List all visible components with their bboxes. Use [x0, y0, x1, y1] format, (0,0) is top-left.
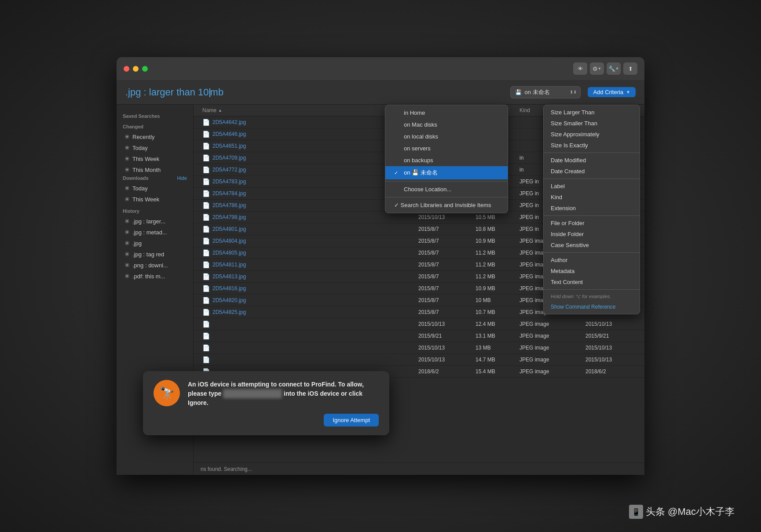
filename: 2D5A4825.jpg — [212, 309, 246, 315]
file-icon: 📄 — [202, 119, 210, 126]
query-blue: larger than 10 — [149, 87, 209, 98]
criteria-label[interactable]: Label — [544, 181, 640, 192]
sidebar-item-today[interactable]: ✳ Today — [118, 142, 191, 153]
criteria-text-content[interactable]: Text Content — [544, 277, 640, 288]
app-window: 👁 ⚙ ▼ 🔧 ▼ ⬆ .jpg : larger than 10mb — [117, 57, 644, 475]
sidebar-history-2[interactable]: ✳ .jpg — [118, 238, 191, 248]
filename: 2D5A4801.jpg — [212, 226, 246, 232]
close-button[interactable] — [124, 66, 129, 72]
eye-button[interactable]: 👁 — [573, 62, 587, 75]
alert-code: xxxxxxxxxxxxxxxxxx — [223, 389, 282, 398]
criteria-file-or-folder[interactable]: File or Folder — [544, 218, 640, 229]
file-name-cell: 📄 2D5A4784.jpg — [199, 188, 415, 199]
criteria-date-modified[interactable]: Date Modified — [544, 155, 640, 166]
location-unnamed[interactable]: ✓ on 💾 未命名 — [385, 166, 508, 179]
col-name[interactable]: Name ▲ — [199, 105, 415, 116]
sidebar-item-recently[interactable]: ✳ Recently — [118, 131, 191, 142]
sidebar-item-dl-today[interactable]: ✳ Today — [118, 183, 191, 193]
share-button[interactable]: ⬆ — [623, 62, 637, 75]
location-backups[interactable]: on backups — [385, 154, 508, 166]
sidebar-history-3[interactable]: ✳ .jpg : tag red — [118, 249, 191, 259]
criteria-date-created[interactable]: Date Created — [544, 166, 640, 177]
dl-this-week-label: This Week — [132, 196, 159, 203]
add-criteria-label: Add Criteria — [593, 89, 623, 95]
criteria-size-exact[interactable]: Size Is Exactly — [544, 140, 640, 151]
location-dropdown[interactable]: 💾 on 未命名 ⬆⬇ — [510, 86, 581, 98]
filename: 2D5A4646.jpg — [212, 131, 246, 137]
criteria-metadata[interactable]: Metadata — [544, 266, 640, 277]
tools-dropdown-button[interactable]: 🔧 ▼ — [607, 62, 621, 75]
file-size-cell: 10.5 MB — [472, 212, 516, 222]
criteria-divider2 — [544, 179, 640, 179]
gear-icon: ⚙ — [593, 66, 598, 72]
location-local-disks[interactable]: on local disks — [385, 131, 508, 142]
file-date-cell: 2015/10/13 — [415, 319, 472, 329]
file-name-cell: 📄 2D5A4772.jpg — [199, 164, 415, 175]
criteria-divider1 — [544, 153, 640, 153]
gear-dropdown-arrow: ▼ — [598, 66, 602, 71]
criteria-size-smaller[interactable]: Size Smaller Than — [544, 118, 640, 129]
sidebar-history-1[interactable]: ✳ .jpg : metad... — [118, 227, 191, 237]
criteria-kind[interactable]: Kind — [544, 192, 640, 203]
file-kind-cell: JPEG image — [516, 343, 582, 353]
location-choose[interactable]: Choose Location... — [385, 183, 508, 195]
location-in-home[interactable]: in Home — [385, 107, 508, 119]
file-list-status: ns found. Searching... — [194, 463, 644, 475]
file-size-cell: 10.8 MB — [472, 224, 516, 234]
criteria-author[interactable]: Author — [544, 255, 640, 266]
criteria-case-sensitive[interactable]: Case Sensitive — [544, 240, 640, 251]
table-row[interactable]: 📄 2015/9/21 13.1 MB JPEG image 2015/9/21 — [194, 330, 644, 342]
file-icon: 📄 — [202, 344, 210, 351]
eye-icon: 👁 — [578, 66, 583, 72]
gear-dropdown-button[interactable]: ⚙ ▼ — [590, 62, 604, 75]
file-name-cell: 📄 — [199, 318, 415, 330]
sidebar-history-4[interactable]: ✳ .png : downl... — [118, 260, 191, 270]
file-name-cell: 📄 — [199, 330, 415, 342]
show-command-ref[interactable]: Show Command Reference — [544, 302, 640, 312]
criteria-footer: Hold down ⌥ for examples. — [544, 292, 640, 302]
criteria-extension[interactable]: Extension — [544, 203, 640, 214]
binoculars-icon: 🔭 — [159, 386, 175, 401]
criteria-inside-folder[interactable]: Inside Folder — [544, 229, 640, 240]
file-size-cell: 11.2 MB — [472, 248, 516, 258]
criteria-size-approx[interactable]: Size Approximately — [544, 129, 640, 140]
location-label: on 未命名 — [524, 88, 549, 96]
sidebar-history-0[interactable]: ✳ .jpg : larger... — [118, 216, 191, 226]
sidebar-history-5[interactable]: ✳ .pdf: this m... — [118, 271, 191, 281]
file-name-cell: 📄 2D5A4820.jpg — [199, 295, 415, 306]
file-created-cell: 2018/6/2 — [582, 366, 639, 377]
filename: 2D5A4811.jpg — [212, 262, 246, 268]
sidebar-item-dl-this-week[interactable]: ✳ This Week — [118, 194, 191, 204]
file-date-cell: 2015/8/7 — [415, 236, 472, 246]
tools-dropdown-arrow: ▼ — [615, 66, 619, 71]
file-icon: 📄 — [202, 356, 210, 363]
file-icon: 📄 — [202, 261, 210, 268]
file-size-cell: 12.4 MB — [472, 319, 516, 329]
table-row[interactable]: 📄 2015/10/13 12.4 MB JPEG image 2015/10/… — [194, 318, 644, 330]
maximize-button[interactable] — [142, 66, 148, 72]
ignore-attempt-button[interactable]: Ignore Attempt — [324, 414, 379, 426]
file-date-cell: 2015/9/21 — [415, 331, 472, 341]
location-divider2 — [385, 197, 508, 197]
location-servers[interactable]: on servers — [385, 142, 508, 154]
location-mac-disks[interactable]: on Mac disks — [385, 119, 508, 131]
this-week-label: This Week — [132, 156, 159, 162]
file-icon: 📄 — [202, 321, 210, 328]
sidebar-item-this-month[interactable]: ✳ This Month — [118, 164, 191, 175]
table-row[interactable]: 📄 2015/10/13 13 MB JPEG image 2015/10/13 — [194, 342, 644, 354]
sidebar-item-this-week[interactable]: ✳ This Week — [118, 153, 191, 164]
search-libraries-option[interactable]: ✓ Search Libraries and Invisible Items — [385, 199, 508, 211]
file-size-cell: 10 MB — [472, 295, 516, 306]
hide-button[interactable]: Hide — [177, 175, 187, 181]
minimize-button[interactable] — [133, 66, 139, 72]
downloads-section-title: Downloads — [123, 175, 177, 181]
criteria-size-larger[interactable]: Size Larger Than — [544, 107, 640, 118]
file-name-cell: 📄 2D5A4642.jpg — [199, 117, 415, 128]
file-size-cell: 15.4 MB — [472, 366, 516, 377]
changed-section-title: Changed — [117, 120, 193, 131]
history-1-icon: ✳ — [124, 229, 130, 236]
table-row[interactable]: 📄 2015/10/13 14.7 MB JPEG image 2015/10/… — [194, 354, 644, 366]
alert-icon: 🔭 — [154, 380, 180, 406]
add-criteria-button[interactable]: Add Criteria ▼ — [588, 87, 636, 97]
dropdown-arrow: ⬆⬇ — [570, 90, 577, 95]
